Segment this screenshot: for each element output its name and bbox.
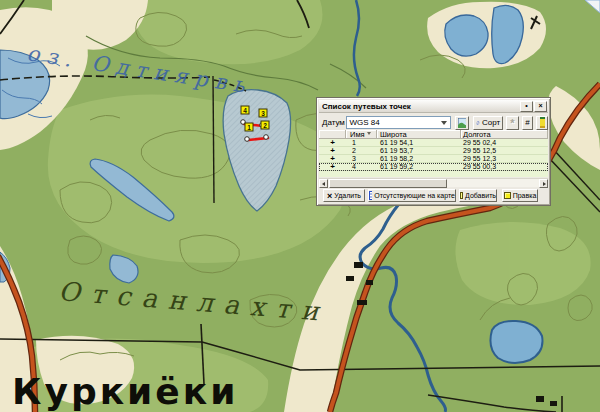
table-row-selected[interactable]: + 4 61 19 59,2 29 55 00,3 (319, 163, 548, 171)
pond-round (490, 321, 542, 363)
topo-map[interactable]: 4 3 1 2 оз. Одтиярвь Отсанлахти Куркиёк (0, 0, 600, 412)
dialog-toolbar: Датум WGS 84 Сорт (319, 115, 548, 130)
svg-text:4: 4 (243, 107, 247, 114)
waypoint-cross-icon: + (319, 147, 346, 154)
dialog-button-row: × Удалить Отсутствующие на карте Добавит… (319, 189, 548, 203)
scroll-right-button[interactable] (539, 179, 548, 188)
arrow-right-icon (543, 182, 546, 186)
delete-x-icon: × (327, 193, 332, 199)
asterisk-icon: * (510, 120, 514, 126)
sort-arrows-icon (476, 118, 480, 128)
table-row[interactable]: + 1 61 19 54,1 29 55 02,4 (319, 139, 548, 147)
sort-button[interactable]: Сорт (473, 116, 503, 130)
svg-text:3: 3 (261, 110, 265, 117)
window-titlebar[interactable]: Список путевых точек • × (319, 100, 548, 113)
lake-hook-left (445, 15, 488, 56)
datum-value: WGS 84 (350, 118, 380, 127)
column-header-lat[interactable]: Широта (377, 130, 461, 138)
hash-label: # (525, 118, 529, 127)
arrow-left-icon (322, 182, 325, 186)
waypoint-icon (504, 192, 511, 199)
column-header-name[interactable]: Имя (346, 130, 377, 138)
table-header: Имя Широта Долгота (319, 130, 548, 139)
waypoint-cross-icon: + (319, 155, 346, 162)
svg-text:2: 2 (263, 122, 267, 129)
project-button-disabled: * (506, 116, 519, 130)
chevron-down-icon (441, 121, 447, 125)
waypoint-table: + 1 61 19 54,1 29 55 02,4 + 2 61 19 53,7… (319, 139, 548, 177)
add-waypoint-button[interactable]: Добавить (459, 189, 497, 202)
town-label: Куркиёки (12, 371, 238, 412)
svg-text:1: 1 (247, 124, 251, 131)
number-toggle-button[interactable]: # (522, 116, 534, 130)
delete-button[interactable]: × Удалить (323, 189, 365, 202)
edit-waypoint-button[interactable]: Правка (502, 189, 538, 202)
column-header-lon[interactable]: Долгота (461, 130, 548, 138)
close-button[interactable]: × (534, 101, 547, 112)
edit-tool-button[interactable] (536, 116, 548, 130)
column-header-symbol[interactable] (319, 130, 346, 138)
datum-label: Датум (322, 118, 346, 127)
pencil-icon (540, 117, 545, 128)
table-row[interactable]: + 3 61 19 58,2 29 55 12,3 (319, 155, 548, 163)
grid-map-icon (369, 191, 372, 200)
sort-indicator-icon (367, 132, 371, 135)
map-image-icon (458, 118, 466, 128)
waypoint-icon (460, 192, 463, 199)
horizontal-scrollbar[interactable] (319, 178, 548, 187)
sort-label: Сорт (482, 118, 500, 127)
waypoint-cross-icon: + (319, 163, 346, 170)
pin-button[interactable]: • (520, 101, 533, 112)
map-canvas[interactable]: 4 3 1 2 оз. Одтиярвь Отсанлахти Куркиёк (0, 0, 600, 412)
pin-icon: • (525, 102, 527, 109)
app-screen: 4 3 1 2 оз. Одтиярвь Отсанлахти Куркиёк (0, 0, 600, 412)
scrollbar-thumb[interactable] (329, 179, 447, 188)
map-view-button[interactable] (455, 116, 469, 130)
waypoint-list-window: Список путевых точек • × Датум WGS 84 (316, 97, 551, 206)
datum-select[interactable]: WGS 84 (346, 116, 452, 129)
window-title: Список путевых точек (322, 102, 519, 111)
missing-on-map-button[interactable]: Отсутствующие на карте (368, 189, 456, 202)
close-icon: × (538, 102, 542, 109)
table-row[interactable]: + 2 61 19 53,7 29 55 12,5 (319, 147, 548, 155)
scroll-left-button[interactable] (319, 179, 328, 188)
waypoint-cross-icon: + (319, 139, 346, 146)
